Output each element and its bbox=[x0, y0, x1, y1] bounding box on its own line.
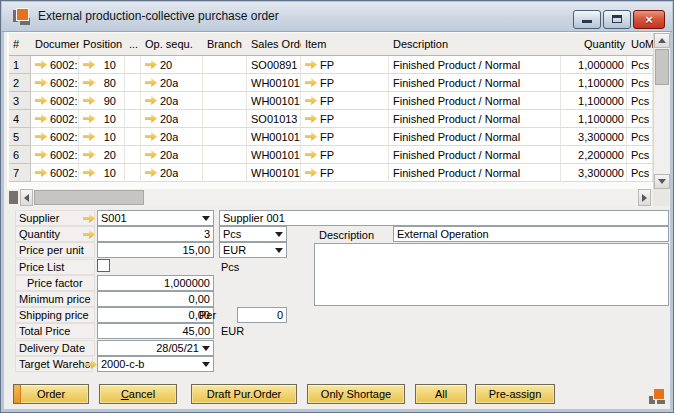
cell-desc[interactable]: Finished Product / Normal bbox=[389, 56, 561, 74]
quantity-field[interactable]: 3 bbox=[97, 226, 214, 242]
cell-uom[interactable]: Pcs bbox=[627, 164, 653, 182]
table-row[interactable]: 36002:9020aWH001012FPFinished Product / … bbox=[9, 92, 653, 110]
cell-num[interactable]: 6 bbox=[9, 146, 31, 164]
cell-uom[interactable]: Pcs bbox=[627, 128, 653, 146]
price-list-checkbox[interactable] bbox=[97, 259, 110, 272]
draft-pur-order-button[interactable]: Draft Pur.Order bbox=[191, 384, 297, 404]
cell-uom[interactable]: Pcs bbox=[627, 74, 653, 92]
titlebar[interactable]: External production-collective purchase … bbox=[2, 2, 672, 32]
column-header-qty[interactable]: Quantity bbox=[561, 38, 627, 50]
table-row[interactable]: 66002:2020aWH001014FPFinished Product / … bbox=[9, 146, 653, 164]
column-header-branch[interactable]: Branch bbox=[203, 38, 247, 50]
cell-item[interactable]: FP bbox=[301, 128, 389, 146]
cell-num[interactable]: 1 bbox=[9, 56, 31, 74]
dropdown-arrow-icon[interactable] bbox=[202, 216, 210, 221]
shipping-price-field[interactable]: 0,00 bbox=[97, 307, 214, 323]
link-arrow-icon[interactable] bbox=[145, 168, 157, 177]
link-arrow-icon[interactable] bbox=[145, 96, 157, 105]
link-arrow-icon[interactable] bbox=[145, 60, 157, 69]
cell-pos[interactable]: 20 bbox=[79, 146, 125, 164]
cell-pos[interactable]: 10 bbox=[79, 110, 125, 128]
cell-desc[interactable]: Finished Product / Normal bbox=[389, 110, 561, 128]
cell-op[interactable]: 20a bbox=[141, 128, 203, 146]
cell-pos[interactable]: 10 bbox=[79, 128, 125, 146]
currency-combo[interactable]: EUR bbox=[219, 242, 287, 258]
column-header-op[interactable]: Op. sequ. bbox=[141, 38, 203, 50]
cell-num[interactable]: 4 bbox=[9, 110, 31, 128]
link-arrow-icon[interactable] bbox=[145, 150, 157, 159]
vertical-scrollbar-thumb[interactable] bbox=[655, 49, 669, 85]
cell-doc[interactable]: 6002: bbox=[31, 146, 79, 164]
cell-sales[interactable]: WH001014 bbox=[247, 128, 301, 146]
cell-qty[interactable]: 2,200000 bbox=[561, 146, 627, 164]
cell-num[interactable]: 5 bbox=[9, 128, 31, 146]
cell-dots[interactable] bbox=[125, 164, 141, 182]
cell-dots[interactable] bbox=[125, 56, 141, 74]
cell-branch[interactable] bbox=[203, 110, 247, 128]
link-arrow-icon[interactable] bbox=[145, 78, 157, 87]
cell-pos[interactable]: 90 bbox=[79, 92, 125, 110]
cell-sales[interactable]: WH001015 bbox=[247, 164, 301, 182]
link-arrow-icon[interactable] bbox=[35, 60, 47, 69]
all-button[interactable]: All bbox=[415, 384, 467, 404]
order-button[interactable]: Order bbox=[13, 384, 89, 404]
resize-grip-icon[interactable] bbox=[649, 388, 665, 404]
cell-sales[interactable]: SO00891 bbox=[247, 56, 301, 74]
cell-item[interactable]: FP bbox=[301, 74, 389, 92]
cell-pos[interactable]: 10 bbox=[79, 56, 125, 74]
cell-dots[interactable] bbox=[125, 74, 141, 92]
link-arrow-icon[interactable] bbox=[83, 168, 95, 177]
cell-qty[interactable]: 1,100000 bbox=[561, 110, 627, 128]
cell-op[interactable]: 20a bbox=[141, 110, 203, 128]
cell-branch[interactable] bbox=[203, 92, 247, 110]
minimum-price-field[interactable]: 0,00 bbox=[97, 291, 214, 307]
scroll-up-icon[interactable] bbox=[654, 33, 670, 48]
cell-branch[interactable] bbox=[203, 56, 247, 74]
quantity-uom-combo[interactable]: Pcs bbox=[219, 226, 287, 242]
cell-doc[interactable]: 6002: bbox=[31, 92, 79, 110]
link-arrow-icon[interactable] bbox=[35, 150, 47, 159]
link-arrow-icon[interactable] bbox=[305, 132, 317, 141]
supplier-name-field[interactable]: Supplier 001 bbox=[219, 210, 669, 226]
link-arrow-icon[interactable] bbox=[83, 114, 95, 123]
cell-op[interactable]: 20a bbox=[141, 92, 203, 110]
link-arrow-icon[interactable] bbox=[305, 168, 317, 177]
link-arrow-icon[interactable] bbox=[83, 132, 95, 141]
cell-desc[interactable]: Finished Product / Normal bbox=[389, 164, 561, 182]
cell-pos[interactable]: 80 bbox=[79, 74, 125, 92]
total-price-field[interactable]: 45,00 bbox=[97, 323, 214, 339]
dropdown-arrow-icon[interactable] bbox=[275, 232, 283, 237]
link-arrow-icon[interactable] bbox=[145, 132, 157, 141]
cell-dots[interactable] bbox=[125, 92, 141, 110]
link-arrow-icon[interactable] bbox=[305, 78, 317, 87]
table-row[interactable]: 56002:1020aWH001014FPFinished Product / … bbox=[9, 128, 653, 146]
dropdown-arrow-icon[interactable] bbox=[202, 362, 210, 367]
column-header-desc[interactable]: Description bbox=[389, 38, 561, 50]
cell-branch[interactable] bbox=[203, 74, 247, 92]
dropdown-arrow-icon[interactable] bbox=[275, 248, 283, 253]
description-field[interactable]: External Operation bbox=[393, 226, 669, 242]
scroll-left-icon[interactable] bbox=[20, 189, 33, 206]
column-header-uom[interactable]: UoM bbox=[627, 38, 653, 50]
link-arrow-icon[interactable] bbox=[35, 96, 47, 105]
cell-dots[interactable] bbox=[125, 128, 141, 146]
cell-item[interactable]: FP bbox=[301, 92, 389, 110]
cell-doc[interactable]: 6002: bbox=[31, 110, 79, 128]
close-button[interactable]: × bbox=[633, 10, 665, 29]
link-arrow-icon[interactable] bbox=[35, 132, 47, 141]
cell-desc[interactable]: Finished Product / Normal bbox=[389, 74, 561, 92]
cell-qty[interactable]: 1,100000 bbox=[561, 74, 627, 92]
cell-item[interactable]: FP bbox=[301, 164, 389, 182]
horizontal-scrollbar-thumb[interactable] bbox=[34, 190, 144, 205]
cell-op[interactable]: 20a bbox=[141, 74, 203, 92]
column-header-doc[interactable]: Document bbox=[31, 38, 79, 50]
link-arrow-icon[interactable] bbox=[305, 96, 317, 105]
cell-branch[interactable] bbox=[203, 146, 247, 164]
cell-doc[interactable]: 6002: bbox=[31, 128, 79, 146]
cell-branch[interactable] bbox=[203, 164, 247, 182]
cell-pos[interactable]: 10 bbox=[79, 164, 125, 182]
cell-sales[interactable]: WH001012 bbox=[247, 92, 301, 110]
only-shortage-button[interactable]: Only Shortage bbox=[307, 384, 405, 404]
pane-split-handle[interactable] bbox=[9, 191, 18, 204]
cell-desc[interactable]: Finished Product / Normal bbox=[389, 146, 561, 164]
